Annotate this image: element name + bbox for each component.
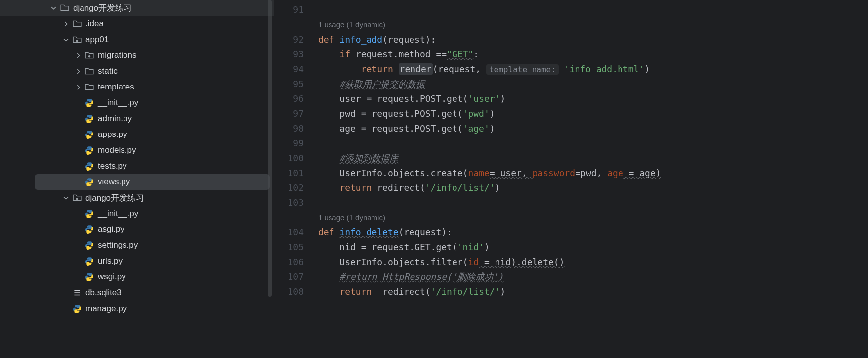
line-number: 92 (274, 32, 304, 47)
tree-label: app01 (85, 35, 109, 45)
tree-label: apps.py (98, 130, 127, 139)
line-number: 103 (274, 195, 304, 210)
python-file-icon (85, 241, 94, 250)
tree-label: asgi.py (98, 224, 124, 234)
line-number: 107 (274, 269, 304, 284)
code-line[interactable]: #添加到数据库 (318, 151, 868, 166)
python-file-icon (85, 130, 94, 139)
tree-file-init[interactable]: __init__.py (0, 95, 274, 111)
python-file-icon (85, 257, 94, 266)
tree-file-views[interactable]: views.py (35, 174, 270, 190)
project-tree[interactable]: django开发练习 .idea app01 migrations static… (0, 0, 274, 358)
python-file-icon (85, 98, 94, 107)
svg-point-0 (76, 40, 78, 42)
tree-label: urls.py (98, 256, 123, 266)
code-text-area[interactable]: 1 usage (1 dynamic) def info_add(request… (313, 2, 868, 358)
tree-file-tests[interactable]: tests.py (0, 158, 274, 174)
tree-label: static (98, 66, 118, 76)
tree-file-apps[interactable]: apps.py (0, 127, 274, 142)
tree-label: templates (98, 82, 134, 92)
folder-icon (73, 19, 82, 28)
line-number: 100 (274, 151, 304, 166)
python-file-icon (85, 272, 94, 281)
package-icon (73, 35, 82, 44)
tree-folder-idea[interactable]: .idea (0, 16, 274, 32)
tree-file-db[interactable]: db.sqlite3 (0, 285, 274, 301)
tree-label: .idea (85, 19, 104, 29)
code-line[interactable]: if request.method =="GET": (318, 47, 868, 62)
tree-label: manage.py (85, 304, 127, 313)
tree-folder-static[interactable]: static (0, 63, 274, 79)
code-line[interactable]: def info_add(request): (318, 32, 868, 47)
chevron-right-icon[interactable] (74, 51, 82, 59)
tree-label: db.sqlite3 (85, 288, 122, 298)
code-line[interactable]: user = request.POST.get('user') (318, 91, 868, 106)
tree-label: models.py (98, 145, 136, 155)
chevron-down-icon[interactable] (62, 194, 70, 202)
package-icon (73, 193, 82, 202)
code-line[interactable]: return render(request, template_name: 'i… (318, 62, 868, 77)
tree-file-urls[interactable]: urls.py (0, 253, 274, 269)
tree-folder-app01[interactable]: app01 (0, 32, 274, 47)
folder-icon (85, 83, 94, 91)
chevron-right-icon[interactable] (62, 20, 70, 28)
code-line[interactable]: UserInfo.objects.create(name= user, pass… (318, 166, 868, 180)
tree-folder-templates[interactable]: templates (0, 79, 274, 95)
tree-file-wsgi[interactable]: wsgi.py (0, 269, 274, 285)
tree-label: tests.py (98, 161, 127, 171)
tree-file-admin[interactable]: admin.py (0, 111, 274, 127)
package-icon (85, 51, 94, 60)
code-line[interactable]: #return HttpResponse('删除成功') (318, 269, 868, 284)
tree-label: views.py (98, 177, 130, 187)
tree-label: __init__.py (98, 209, 138, 219)
line-number: 98 (274, 121, 304, 136)
python-file-icon (85, 146, 94, 155)
line-number: 97 (274, 106, 304, 121)
line-number: 96 (274, 91, 304, 106)
chevron-down-icon[interactable] (49, 4, 57, 12)
python-file-icon (85, 209, 94, 218)
code-line[interactable]: nid = request.GET.get('nid') (318, 240, 868, 255)
tree-folder-root[interactable]: django开发练习 (0, 0, 274, 16)
line-number: 94 (274, 62, 304, 77)
line-number: 93 (274, 47, 304, 62)
code-line[interactable]: UserInfo.objects.filter(id = nid).delete… (318, 255, 868, 269)
code-line[interactable]: return redirect('/info/list/') (318, 284, 868, 299)
tree-file-settings[interactable]: settings.py (0, 237, 274, 253)
scrollbar[interactable] (268, 0, 272, 297)
python-file-icon (85, 114, 94, 123)
line-number-gutter: 91 92 93 94 95 96 97 98 99 100 101 102 1… (274, 2, 313, 358)
line-number: 104 (274, 225, 304, 240)
usage-hint[interactable]: 1 usage (1 dynamic) (318, 210, 868, 225)
tree-folder-pkg[interactable]: django开发练习 (0, 190, 274, 206)
code-line[interactable]: return redirect('/info/list/') (318, 180, 868, 195)
tree-label: django开发练习 (85, 192, 144, 204)
line-number: 108 (274, 284, 304, 299)
folder-icon (85, 67, 94, 76)
tree-file-manage[interactable]: manage.py (0, 301, 274, 316)
chevron-right-icon[interactable] (74, 67, 82, 75)
code-line[interactable]: #获取用户提交的数据 (318, 77, 868, 91)
code-line[interactable]: pwd = request.POST.get('pwd') (318, 106, 868, 121)
chevron-right-icon[interactable] (74, 83, 82, 91)
tree-file-init2[interactable]: __init__.py (0, 206, 274, 222)
tree-label: admin.py (98, 114, 132, 124)
usage-hint[interactable]: 1 usage (1 dynamic) (318, 17, 868, 32)
chevron-down-icon[interactable] (62, 36, 70, 44)
code-line[interactable]: def info_delete(request): (318, 225, 868, 240)
line-number: 99 (274, 136, 304, 151)
line-number: 105 (274, 240, 304, 255)
python-file-icon (85, 178, 94, 186)
tree-folder-migrations[interactable]: migrations (0, 47, 274, 63)
tree-label: wsgi.py (98, 272, 126, 282)
line-number: 101 (274, 166, 304, 180)
code-line[interactable]: age = request.POST.get('age') (318, 121, 868, 136)
tree-file-models[interactable]: models.py (0, 142, 274, 158)
tree-file-asgi[interactable]: asgi.py (0, 222, 274, 237)
tree-label: __init__.py (98, 98, 138, 108)
tree-label: migrations (98, 50, 136, 60)
python-file-icon (73, 304, 82, 313)
tree-label: settings.py (98, 240, 138, 250)
code-editor[interactable]: 91 92 93 94 95 96 97 98 99 100 101 102 1… (274, 0, 868, 358)
tree-label: django开发练习 (73, 2, 132, 14)
